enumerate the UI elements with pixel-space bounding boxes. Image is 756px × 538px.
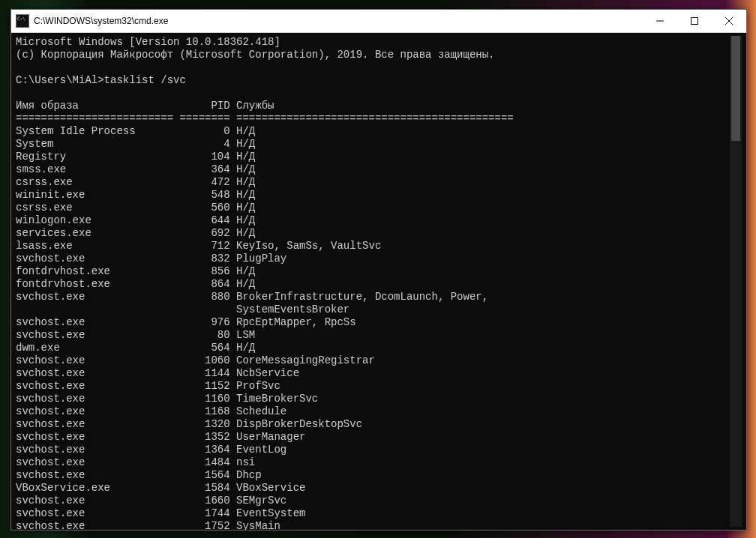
cmd-window: C:\WINDOWS\system32\cmd.exe Microsoft Wi… <box>10 9 747 531</box>
process-row: svchost.exe 80 LSM <box>16 329 730 342</box>
window-title: C:\WINDOWS\system32\cmd.exe <box>34 16 168 26</box>
cmd-icon <box>16 14 29 28</box>
separator-line: ========================= ======== =====… <box>16 112 730 125</box>
process-row: svchost.exe 1320 DispBrokerDesktopSvc <box>16 418 730 431</box>
vertical-scrollbar[interactable] <box>730 36 742 527</box>
process-row: svchost.exe 832 PlugPlay <box>16 253 730 265</box>
terminal-output: Microsoft Windows [Version 10.0.18362.41… <box>16 36 730 527</box>
process-row: svchost.exe 1564 Dhcp <box>16 469 730 482</box>
process-row: lsass.exe 712 KeyIso, SamSs, VaultSvc <box>16 240 730 253</box>
window-controls <box>643 10 746 32</box>
blank-line <box>16 87 730 100</box>
prompt-line: C:\Users\MiAl>tasklist /svc <box>16 74 730 87</box>
titlebar-left: C:\WINDOWS\system32\cmd.exe <box>11 14 168 28</box>
process-row: svchost.exe 1484 nsi <box>16 456 730 469</box>
process-row: csrss.exe 472 Н/Д <box>16 176 730 189</box>
process-row: svchost.exe 1744 EventSystem <box>16 507 730 520</box>
process-row: winlogon.exe 644 Н/Д <box>16 214 730 227</box>
process-row: services.exe 692 Н/Д <box>16 227 730 240</box>
process-row: System Idle Process 0 Н/Д <box>16 125 730 138</box>
process-row: svchost.exe 976 RpcEptMapper, RpcSs <box>16 316 730 329</box>
process-row: fontdrvhost.exe 864 Н/Д <box>16 278 730 291</box>
process-row: svchost.exe 1152 ProfSvc <box>16 380 730 393</box>
process-row: svchost.exe 1160 TimeBrokerSvc <box>16 393 730 405</box>
terminal-body[interactable]: Microsoft Windows [Version 10.0.18362.41… <box>11 33 746 530</box>
process-row: Registry 104 Н/Д <box>16 151 730 163</box>
process-row: svchost.exe 1364 EventLog <box>16 444 730 456</box>
process-row: svchost.exe 880 BrokerInfrastructure, Dc… <box>16 291 730 303</box>
process-row: svchost.exe 1660 SEMgrSvc <box>16 495 730 507</box>
maximize-button[interactable] <box>677 10 712 32</box>
close-icon <box>725 17 733 25</box>
process-row: svchost.exe 1168 Schedule <box>16 405 730 418</box>
process-row: VBoxService.exe 1584 VBoxService <box>16 482 730 495</box>
window-titlebar[interactable]: C:\WINDOWS\system32\cmd.exe <box>11 10 746 33</box>
scrollbar-thumb[interactable] <box>731 36 740 141</box>
process-row-continuation: SystemEventsBroker <box>16 303 730 316</box>
desktop-background: C:\WINDOWS\system32\cmd.exe Microsoft Wi… <box>0 0 756 538</box>
process-row: dwm.exe 564 Н/Д <box>16 342 730 354</box>
blank-line <box>16 61 730 74</box>
banner-line: Microsoft Windows [Version 10.0.18362.41… <box>16 36 730 49</box>
maximize-icon <box>691 17 698 25</box>
column-headers: Имя образа PID Службы <box>16 100 730 112</box>
minimize-button[interactable] <box>643 10 677 32</box>
svg-rect-1 <box>692 18 698 25</box>
process-row: wininit.exe 548 Н/Д <box>16 189 730 202</box>
process-row: svchost.exe 1144 NcbService <box>16 367 730 380</box>
process-row: smss.exe 364 Н/Д <box>16 163 730 176</box>
process-row: csrss.exe 560 Н/Д <box>16 202 730 214</box>
process-row: svchost.exe 1752 SysMain <box>16 520 730 530</box>
process-row: System 4 Н/Д <box>16 138 730 151</box>
minimize-icon <box>656 17 664 25</box>
close-button[interactable] <box>712 10 746 32</box>
copyright-line: (c) Корпорация Майкрософт (Microsoft Cor… <box>16 49 730 61</box>
process-row: fontdrvhost.exe 856 Н/Д <box>16 265 730 278</box>
process-row: svchost.exe 1060 CoreMessagingRegistrar <box>16 354 730 367</box>
process-row: svchost.exe 1352 UserManager <box>16 431 730 444</box>
